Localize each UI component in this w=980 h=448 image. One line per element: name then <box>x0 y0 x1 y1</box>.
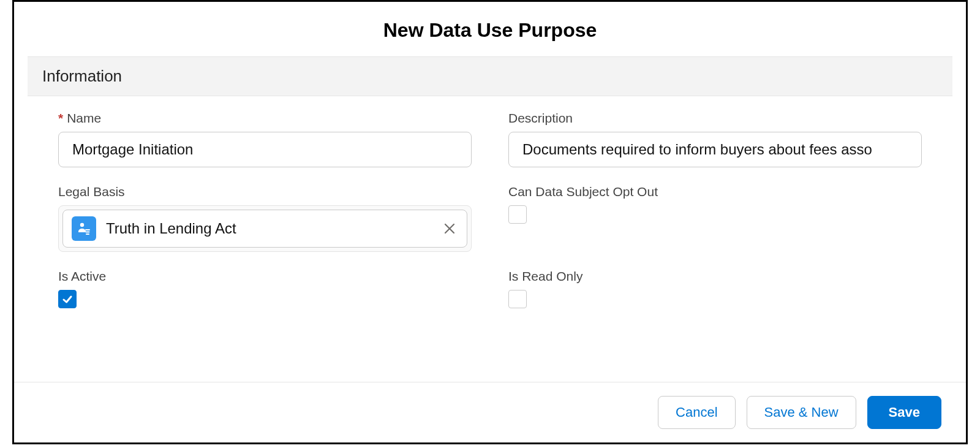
opt-out-checkbox[interactable] <box>508 205 527 224</box>
field-description: Description <box>508 111 922 167</box>
label-name-text: Name <box>67 111 101 126</box>
name-input[interactable] <box>58 132 472 167</box>
label-legal-basis: Legal Basis <box>58 184 472 199</box>
checkmark-icon <box>61 293 74 305</box>
form-body: * Name Description Legal Basis <box>14 96 966 382</box>
label-description: Description <box>508 111 922 126</box>
field-is-read-only: Is Read Only <box>508 269 922 308</box>
label-opt-out: Can Data Subject Opt Out <box>508 184 922 199</box>
close-icon <box>443 222 456 235</box>
is-read-only-checkbox[interactable] <box>508 290 527 308</box>
svg-rect-3 <box>86 233 89 235</box>
label-is-read-only: Is Read Only <box>508 269 922 284</box>
legal-basis-lookup[interactable]: Truth in Lending Act <box>58 205 472 252</box>
legal-basis-record-icon <box>72 216 96 241</box>
save-and-new-button[interactable]: Save & New <box>747 396 856 429</box>
modal-title: New Data Use Purpose <box>14 2 966 56</box>
label-is-active: Is Active <box>58 269 472 284</box>
svg-point-0 <box>80 223 84 227</box>
is-active-checkbox[interactable] <box>58 290 77 308</box>
svg-rect-1 <box>85 229 90 230</box>
svg-rect-2 <box>86 232 90 233</box>
legal-basis-pill: Truth in Lending Act <box>62 210 467 248</box>
section-header-information: Information <box>28 56 952 96</box>
remove-legal-basis-button[interactable] <box>441 220 458 237</box>
required-star: * <box>58 111 63 126</box>
legal-basis-selected-label: Truth in Lending Act <box>106 220 431 237</box>
modal-footer: Cancel Save & New Save <box>14 382 966 442</box>
save-button[interactable]: Save <box>867 396 941 429</box>
field-name: * Name <box>58 111 472 167</box>
description-input[interactable] <box>508 132 922 167</box>
field-legal-basis: Legal Basis Truth in Lending Act <box>58 184 472 252</box>
field-opt-out: Can Data Subject Opt Out <box>508 184 922 252</box>
new-data-use-purpose-modal: New Data Use Purpose Information * Name … <box>12 0 968 444</box>
label-name: * Name <box>58 111 472 126</box>
field-is-active: Is Active <box>58 269 472 308</box>
cancel-button[interactable]: Cancel <box>658 396 735 429</box>
